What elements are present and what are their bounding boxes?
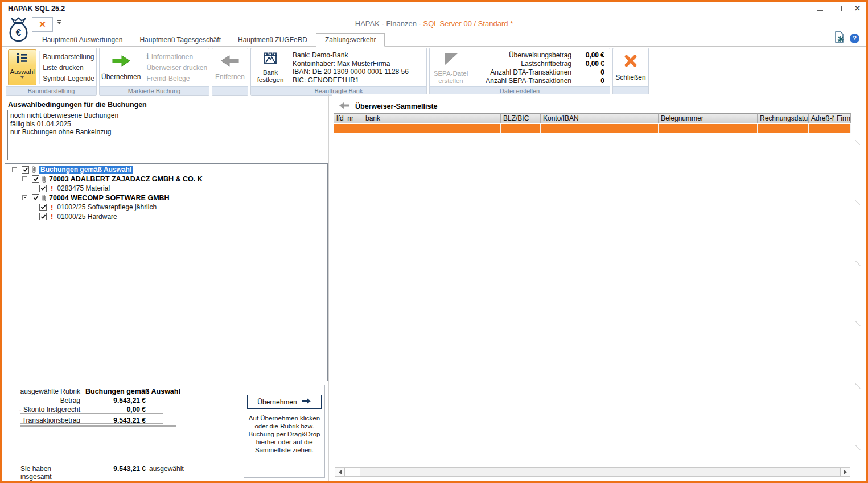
- entfernen-button: Entfernen: [215, 49, 245, 85]
- tree-vendor-label[interactable]: 70004 WECOMP SOFTWARE GMBH: [49, 194, 170, 202]
- uebernehmen-button-label: Übernehmen: [101, 73, 141, 81]
- tree-booking-label[interactable]: 0283475 Material: [57, 184, 110, 192]
- tree-row-vendor[interactable]: 70003 ADALBERT ZAJADACZ GMBH & CO. K: [5, 175, 327, 184]
- collapse-icon[interactable]: [12, 167, 17, 172]
- condition-line: fällig bis 01.04.2025: [10, 120, 320, 129]
- gray-arrow-left-icon: [339, 101, 350, 112]
- checkbox-checked[interactable]: [22, 166, 29, 174]
- document-title-database: - SQL Server 00 / Standard *: [419, 19, 513, 28]
- column-header-rechnungsdatum[interactable]: Rechnungsdatum: [758, 113, 809, 123]
- ribbon: Auswahl Baumdarstellung Liste drucken Sy…: [2, 47, 866, 96]
- bank-name: Bank: Demo-Bank: [293, 51, 409, 60]
- splitter-dotted-line: [283, 374, 283, 385]
- tree-row-booking[interactable]: ! 0283475 Material: [5, 184, 327, 193]
- sepa-datei-erstellen-label: SEPA-Datei erstellen: [433, 70, 468, 85]
- menu-item-liste-drucken[interactable]: Liste drucken: [43, 64, 94, 72]
- bank-festlegen-label: Bank festlegen: [254, 69, 286, 84]
- collapse-icon[interactable]: [22, 176, 27, 181]
- condition-line: noch nicht überwiesene Buchungen: [10, 112, 320, 120]
- column-header-lfd-nr[interactable]: lfd_nr: [334, 113, 363, 123]
- conditions-box: noch nicht überwiesene Buchungen fällig …: [7, 110, 323, 160]
- scrollbar-thumb[interactable]: [345, 468, 360, 476]
- condition-line: nur Buchungen ohne Bankeinzug: [10, 128, 320, 137]
- checkbox-checked[interactable]: [39, 185, 47, 192]
- auswahl-button-label: Auswahl: [10, 68, 34, 75]
- tree-row-booking[interactable]: ! 01000/25 Hardware: [5, 212, 327, 222]
- column-header-konto-iban[interactable]: Konto/IBAN: [541, 113, 659, 123]
- column-header-belegnummer[interactable]: Belegnummer: [659, 113, 758, 123]
- ribbon-group-datei-erstellen: SEPA-Datei erstellen Überweisungsbetrag0…: [429, 48, 610, 96]
- summary-rule-bottom: [20, 423, 163, 424]
- tab-hauptmenu-auswertungen[interactable]: Hauptmenü Auswertungen: [34, 33, 131, 47]
- stat-anzahl-sepa: Anzahl SEPA-Transaktionen0: [470, 77, 607, 85]
- group-caption-datei-erstellen: Datei erstellen: [430, 86, 610, 95]
- transfer-panel: Übernehmen Auf Übernehmen klicken oder d…: [244, 385, 325, 478]
- tree-root-label[interactable]: Buchungen gemäß Auswahl: [39, 166, 133, 174]
- scroll-left-button[interactable]: [335, 468, 345, 476]
- selection-summary: ausgewählte Rubrik Buchungen gemäß Auswa…: [5, 387, 244, 425]
- bank-iban: IBAN: DE 20 1309 0000 0001 1128 56: [293, 68, 409, 76]
- grip-mark: [855, 445, 860, 450]
- grip-mark: [855, 383, 860, 389]
- checkbox-checked[interactable]: [39, 204, 47, 211]
- grip-mark: [855, 140, 860, 145]
- sepa-stats: Überweisungsbetrag0,00 € Lastschriftbetr…: [470, 49, 607, 85]
- bank-info-block: Bank: Demo-Bank Kontoinhaber: Max Muster…: [288, 49, 409, 85]
- grip-mark: [855, 321, 860, 326]
- horizontal-scrollbar[interactable]: [335, 467, 850, 477]
- tree-vendor-label[interactable]: 70003 ADALBERT ZAJADACZ GMBH & CO. K: [49, 175, 203, 183]
- ribbon-group-markierte-buchung: Übernehmen i Informationen Überweiser dr…: [99, 48, 209, 96]
- tab-zahlungsverkehr[interactable]: Zahlungsverkehr: [316, 33, 385, 47]
- sammelliste-panel: Überweiser-Sammelliste lfd_nr bank BLZ/B…: [332, 94, 866, 481]
- chevron-down-icon: [20, 76, 24, 79]
- checkbox-checked[interactable]: [32, 175, 39, 183]
- tree-row-vendor[interactable]: 70004 WECOMP SOFTWARE GMBH: [5, 193, 327, 203]
- paperclip-icon: [42, 194, 47, 202]
- stat-anzahl-dta: Anzahl DTA-Transaktionen0: [470, 68, 607, 77]
- column-header-firma[interactable]: Firma: [834, 113, 851, 123]
- menu-item-baumdarstellung[interactable]: Baumdarstellung: [43, 53, 94, 61]
- info-icon: i: [146, 52, 148, 61]
- collapse-icon[interactable]: [22, 195, 27, 200]
- group-caption-baumdarstellung: Baumdarstellung: [6, 86, 96, 95]
- tab-hauptmenu-zugferd[interactable]: Hauptmenü ZUGFeRD: [229, 33, 316, 47]
- document-title: HAPAK - Finanzen - SQL Server 00 / Stand…: [2, 19, 866, 28]
- scroll-right-button[interactable]: [840, 468, 850, 476]
- tree-booking-label[interactable]: 01000/25 Hardware: [57, 213, 117, 221]
- conditions-title: Auswahlbedingungen für die Buchungen: [8, 101, 147, 109]
- uebernehmen-button[interactable]: Übernehmen: [101, 49, 141, 85]
- column-header-adress-nr[interactable]: Adreß-Nr.: [809, 113, 834, 123]
- bank-festlegen-button[interactable]: Bank festlegen: [253, 49, 288, 85]
- group-caption-entfernen: [212, 86, 248, 95]
- menu-item-symbol-legende[interactable]: Symbol-Legende: [43, 75, 94, 82]
- sammelliste-table: lfd_nr bank BLZ/BIC Konto/IBAN Belegnumm…: [334, 113, 851, 133]
- window-title: HAPAK SQL 25.2: [8, 5, 65, 13]
- entfernen-button-label: Entfernen: [215, 73, 245, 81]
- close-window-button[interactable]: ✕: [854, 5, 861, 13]
- tree-row-booking[interactable]: ! 01002/25 Softwarepflege jährlich: [5, 203, 327, 212]
- selected-empty-row[interactable]: [334, 124, 851, 133]
- transfer-hint-text: Auf Übernehmen klicken oder die Rubrik b…: [244, 414, 324, 454]
- titlebar: HAPAK SQL 25.2 ✕: [2, 2, 866, 15]
- tree-booking-label[interactable]: 01002/25 Softwarepflege jährlich: [57, 203, 157, 211]
- sepa-triangle-icon: [442, 51, 459, 69]
- tree-row-root[interactable]: Buchungen gemäß Auswahl: [5, 165, 327, 175]
- schliessen-button-label: Schließen: [615, 73, 645, 81]
- tab-hauptmenu-tagesgeschaeft[interactable]: Hauptmenü Tagesgeschäft: [131, 33, 229, 47]
- checkbox-checked[interactable]: [39, 213, 47, 220]
- document-title-app: HAPAK - Finanzen: [355, 19, 417, 28]
- group-caption-schliessen: [613, 86, 648, 95]
- uebernehmen-transfer-button[interactable]: Übernehmen: [247, 395, 322, 409]
- summary-rubrik-row: ausgewählte Rubrik Buchungen gemäß Auswa…: [5, 387, 244, 396]
- summary-total-row: Sie haben insgesamt 9.543,21 € ausgewähl…: [5, 465, 184, 481]
- checkbox-checked[interactable]: [32, 194, 39, 201]
- auswahl-button[interactable]: Auswahl: [8, 49, 36, 85]
- column-header-bank[interactable]: bank: [363, 113, 501, 123]
- ribbon-group-baumdarstellung: Auswahl Baumdarstellung Liste drucken Sy…: [6, 48, 97, 96]
- column-header-blz-bic[interactable]: BLZ/BIC: [501, 113, 541, 123]
- schliessen-button[interactable]: Schließen: [615, 49, 645, 85]
- maximize-button[interactable]: [836, 6, 842, 11]
- orange-x-icon: [624, 54, 637, 70]
- minimize-button[interactable]: [817, 10, 823, 11]
- sammelliste-title: Überweiser-Sammelliste: [355, 102, 438, 110]
